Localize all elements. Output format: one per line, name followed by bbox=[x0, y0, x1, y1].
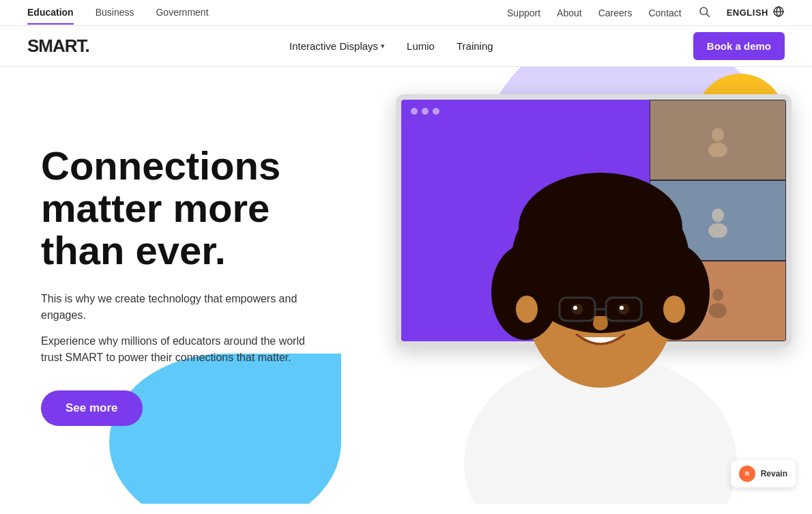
revain-label: Revain bbox=[761, 469, 787, 479]
nav-interactive-displays[interactable]: Interactive Displays ▾ bbox=[281, 35, 393, 57]
see-more-button[interactable]: See more bbox=[41, 390, 143, 426]
hero-subtitle-2: Experience why millions of educators aro… bbox=[41, 333, 328, 366]
logo: SMART. bbox=[27, 35, 89, 57]
search-icon[interactable] bbox=[698, 5, 710, 20]
logo-text: SMART. bbox=[27, 35, 89, 57]
training-label: Training bbox=[456, 40, 493, 52]
hero-subtitle-1: This is why we create technology that em… bbox=[41, 291, 314, 324]
main-nav-links: Interactive Displays ▾ Lumio Training bbox=[281, 35, 502, 57]
globe-icon bbox=[772, 5, 785, 20]
nav-lumio[interactable]: Lumio bbox=[398, 35, 443, 57]
main-nav: SMART. Interactive Displays ▾ Lumio Trai… bbox=[0, 26, 812, 67]
nav-contact[interactable]: Contact bbox=[648, 8, 681, 18]
hero-content: Connections matter more than ever. This … bbox=[0, 104, 328, 467]
chevron-down-icon: ▾ bbox=[381, 42, 385, 51]
svg-point-15 bbox=[519, 173, 682, 282]
language-selector[interactable]: ENGLISH bbox=[727, 5, 785, 20]
svg-line-1 bbox=[706, 14, 709, 16]
revain-logo: R bbox=[739, 466, 755, 482]
nav-education[interactable]: Education bbox=[27, 1, 74, 25]
book-demo-button[interactable]: Book a demo bbox=[693, 32, 785, 60]
hero-title: Connections matter more than ever. bbox=[41, 145, 328, 272]
interactive-displays-label: Interactive Displays bbox=[289, 40, 378, 52]
svg-text:R: R bbox=[745, 470, 749, 477]
nav-training[interactable]: Training bbox=[448, 35, 502, 57]
revain-badge: R Revain bbox=[731, 460, 796, 487]
nav-support[interactable]: Support bbox=[507, 8, 540, 18]
svg-point-16 bbox=[516, 296, 538, 323]
hero-image-area bbox=[348, 67, 812, 504]
svg-point-22 bbox=[618, 304, 629, 315]
svg-point-24 bbox=[620, 306, 624, 310]
svg-point-21 bbox=[572, 304, 583, 315]
svg-point-17 bbox=[663, 296, 685, 323]
top-bar-right: Support About Careers Contact ENGLISH bbox=[507, 5, 785, 20]
nav-careers[interactable]: Careers bbox=[598, 8, 633, 18]
hero-section: Connections matter more than ever. This … bbox=[0, 67, 812, 504]
language-label: ENGLISH bbox=[727, 8, 768, 18]
hero-person bbox=[416, 108, 785, 504]
nav-about[interactable]: About bbox=[557, 8, 582, 18]
top-bar-nav: Education Business Government bbox=[27, 1, 209, 25]
top-bar: Education Business Government Support Ab… bbox=[0, 0, 812, 26]
svg-point-23 bbox=[573, 306, 577, 310]
nav-right: Book a demo bbox=[693, 32, 785, 60]
nav-government[interactable]: Government bbox=[156, 1, 208, 25]
lumio-label: Lumio bbox=[407, 40, 435, 52]
nav-business[interactable]: Business bbox=[96, 1, 134, 25]
